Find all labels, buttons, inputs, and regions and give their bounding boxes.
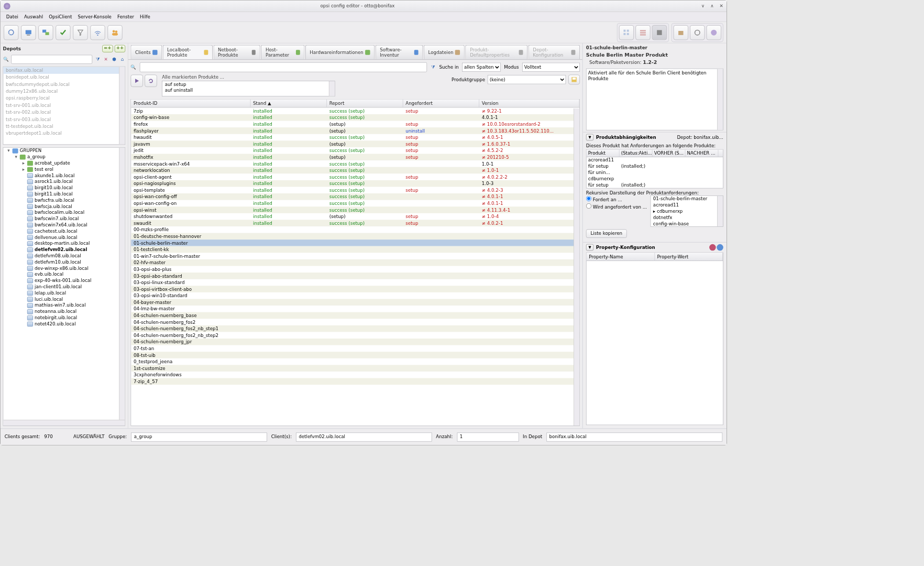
menu-hilfe[interactable]: Hilfe (137, 13, 152, 20)
table-row[interactable]: 01-schule-berlin-master (131, 240, 579, 246)
tree-item[interactable]: notet420.uib.local (3, 321, 125, 327)
filter-button[interactable] (73, 25, 87, 40)
column-header[interactable]: Produkt-ID (131, 100, 250, 107)
clients-field[interactable] (296, 432, 432, 441)
table-row[interactable]: 01-deutsche-messe-hannover (131, 233, 579, 240)
table-row[interactable]: 03-opsi-linux-standard (131, 279, 579, 286)
chevron-down-icon[interactable]: ▼ (586, 134, 593, 141)
rec-item[interactable]: config-win-base (651, 221, 723, 227)
table-row[interactable]: config-win-baseinstalledsuccess (setup)4… (131, 114, 579, 121)
client-tree[interactable]: ▾GRUPPEN▾a_group▸acrobat_update▸test ero… (3, 147, 126, 426)
grid1-icon[interactable] (619, 25, 634, 40)
grid2-icon[interactable] (635, 25, 650, 40)
table-row[interactable]: jeditinstalledsuccess (setup)setup≠ 4.5.… (131, 147, 579, 154)
table-row[interactable]: 03-opsi-abo-plus (131, 266, 579, 273)
tree-item[interactable]: bwfscwin7x64.uib.local (3, 222, 125, 228)
sync-icon[interactable] (690, 25, 705, 40)
tree-item[interactable]: dev-winxp-x86.uib.local (3, 265, 125, 271)
table-row[interactable]: opsi-nagiospluginsinstalledsuccess (setu… (131, 180, 579, 187)
table-row[interactable]: 00-mzks-profile (131, 226, 579, 233)
table-row[interactable]: opsi-wan-config-oninstalledsuccess (setu… (131, 200, 579, 207)
tree-item[interactable]: birgit10.uib.local (3, 184, 125, 191)
table-row[interactable]: 0_testprod_jeena (131, 358, 579, 365)
table-row[interactable]: 7-zip_4_57 (131, 378, 579, 385)
scrollbar[interactable] (119, 148, 125, 420)
table-row[interactable]: 04-schulen-nuernberg_base (131, 312, 579, 319)
scrollbar[interactable] (329, 81, 335, 96)
column-header[interactable]: Angefordert (403, 100, 479, 107)
depot-item[interactable]: bonifax.uib.local (3, 67, 125, 73)
depot-item[interactable]: dummy12x86.uib.local (3, 88, 125, 95)
table-row[interactable]: flashplayerinstalled(setup)uninstall≠ 10… (131, 127, 579, 134)
scrollbar[interactable] (717, 69, 723, 129)
table-row[interactable]: 04-schulen-nuernberg_fos2 (131, 319, 579, 325)
table-row[interactable]: 08-tst-uib (131, 352, 579, 358)
funnel-icon[interactable]: ⧩ (430, 64, 436, 70)
table-row[interactable]: 04-bayer-master (131, 299, 579, 306)
product-search-input[interactable] (140, 62, 427, 72)
home-icon[interactable]: ⌂ (119, 57, 125, 62)
table-row[interactable]: shutdownwantedinstalled(setup)setup≠ 1.0… (131, 213, 579, 220)
table-row[interactable]: opsi-wan-config-offinstalledsuccess (set… (131, 193, 579, 200)
tree-item[interactable]: asrock1.uib.local (3, 179, 125, 185)
tab-5[interactable]: Software-Inventur (376, 45, 423, 60)
table-row[interactable]: networklocationinstalledsuccess (setup)≠… (131, 167, 579, 174)
tree-item[interactable]: birgit11.uib.local (3, 191, 125, 197)
red-dot-icon[interactable] (709, 244, 716, 251)
tree-item[interactable]: noteanna.uib.local (3, 309, 125, 315)
scrollbar[interactable] (119, 67, 125, 144)
table-row[interactable]: 04-schulen-nuernberg_fos2_nb_step2 (131, 332, 579, 339)
table-row[interactable]: 03-opsi-win10-standard (131, 292, 579, 299)
table-row[interactable]: 04-lmz-bw-master (131, 306, 579, 312)
tree-item[interactable]: exp-40-wks-001.uib.local (3, 278, 125, 284)
depot-item[interactable]: tst-srv-002.uib.local (3, 109, 125, 116)
tree-item[interactable]: akunde1.uib.local (3, 172, 125, 179)
table-row[interactable]: firefoxinstalled(setup)setup≠ 10.0.10esr… (131, 121, 579, 128)
table-row[interactable]: 7zipinstalledsuccess (setup)setup≠ 9.22-… (131, 107, 579, 114)
minimize-icon[interactable]: ∨ (701, 3, 705, 8)
table-row[interactable]: 02-hfv-master (131, 259, 579, 266)
table-row[interactable]: 07-tst-an (131, 345, 579, 352)
tab-0[interactable]: Clients (130, 45, 161, 60)
depot-search-input[interactable] (11, 55, 92, 64)
column-header[interactable]: Stand ▲ (250, 100, 327, 107)
depot-item[interactable]: opsi.raspberry.local (3, 95, 125, 102)
table-row[interactable]: 03-opsi-virtbox-client-abo (131, 286, 579, 292)
tab-2[interactable]: Netboot-Produkte (213, 45, 260, 60)
x-icon[interactable]: ✕ (103, 57, 109, 62)
wifi-button[interactable] (90, 25, 105, 40)
tree-item[interactable]: jan-client01.uib.local (3, 284, 125, 290)
search-icon[interactable]: 🔍 (3, 57, 9, 62)
depot-item[interactable]: tst-srv-001.uib.local (3, 102, 125, 108)
tab-4[interactable]: Hardwareinformationen (305, 45, 375, 60)
close-icon[interactable]: ✕ (720, 3, 723, 8)
table-row[interactable]: 1st-customize (131, 365, 579, 372)
table-row[interactable]: 3cxphoneforwindows (131, 372, 579, 378)
globe-icon[interactable] (707, 25, 721, 40)
search-mode-select[interactable]: Volltext (522, 63, 580, 72)
depot-equal-button[interactable]: =+ (102, 45, 113, 52)
rec-item[interactable]: dotnetfx (651, 214, 723, 221)
table-row[interactable]: 04-schulen-nuernberg_fos2_nb_step1 (131, 325, 579, 332)
tree-item[interactable]: notebirgit.uib.local (3, 314, 125, 321)
tree-item[interactable]: bwfscja.uib.local (3, 203, 125, 210)
tree-item[interactable]: luci.uib.local (3, 296, 125, 302)
table-row[interactable]: javavminstalled(setup)setup≠ 1.6.0.37-1 (131, 140, 579, 147)
count-field[interactable] (457, 432, 519, 441)
mark-item[interactable]: auf setup (162, 81, 335, 88)
refresh-button[interactable] (4, 25, 18, 40)
menu-opsiclient[interactable]: OpsiClient (46, 13, 74, 20)
table-row[interactable]: mshotfixinstalled(setup)setup≠ 201210-5 (131, 154, 579, 160)
copy-list-button[interactable]: Liste kopieren (586, 229, 627, 238)
chevron-down-icon[interactable]: ▼ (586, 244, 593, 251)
menu-auswahl[interactable]: Auswahl (21, 13, 46, 20)
table-row[interactable]: opsi-client-agentinstalledsuccess (setup… (131, 173, 579, 180)
table-row[interactable]: msservicepack-win7-x64installedsuccess (… (131, 160, 579, 167)
package-icon[interactable] (674, 25, 688, 40)
depot-list[interactable]: bonifax.uib.localbonidepot.uib.localbwfs… (3, 67, 126, 145)
depot-item[interactable]: bonidepot.uib.local (3, 74, 125, 81)
tree-item[interactable]: ▸test erol (3, 166, 125, 172)
marked-list[interactable]: auf setupauf uninstall (162, 81, 335, 96)
depot-field[interactable] (546, 432, 722, 441)
table-row[interactable]: hwauditinstalledsuccess (setup)setup≠ 4.… (131, 134, 579, 141)
